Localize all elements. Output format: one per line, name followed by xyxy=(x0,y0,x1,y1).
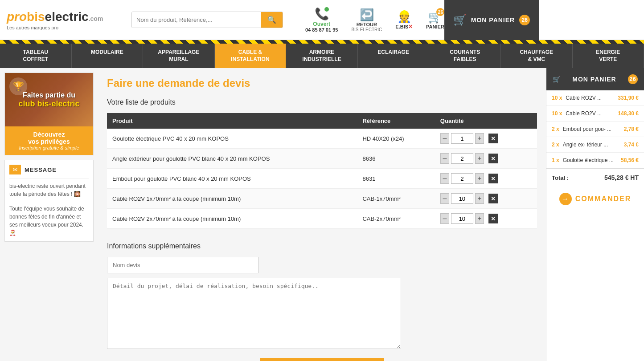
detail-textarea[interactable] xyxy=(107,278,401,349)
retour-icon: ↩️ xyxy=(360,8,374,22)
qty-decrease-button[interactable]: – xyxy=(440,193,449,204)
phone-item[interactable]: 📞 Ouvert 04 85 87 01 95 xyxy=(305,7,338,32)
club-button[interactable]: Découvrez vos privilèges Inscription gra… xyxy=(5,126,93,155)
status-dot xyxy=(324,7,329,12)
qty-input[interactable] xyxy=(451,173,473,184)
commander-label: COMMANDER xyxy=(575,195,632,203)
retour-label: RETOUR xyxy=(351,22,382,27)
cart-item-name: Angle ex- térieur ... xyxy=(563,142,620,148)
commander-button[interactable]: → COMMANDER xyxy=(546,187,644,211)
cart-total-amount: 545,28 € HT xyxy=(604,174,639,181)
qty-increase-button[interactable]: + xyxy=(475,193,484,204)
product-ref: 8636 xyxy=(357,149,435,169)
club-award-icon: 🏆 xyxy=(9,77,27,95)
qty-input[interactable] xyxy=(451,213,473,224)
main-layout: 🏆 Faites partie du club bis-electric Déc… xyxy=(0,68,644,361)
message-header: ✉ MESSAGE xyxy=(9,165,89,178)
search-icon: 🔍 xyxy=(267,16,276,24)
nav-eclairage[interactable]: ECLAIRAGE xyxy=(358,44,430,68)
mon-panier-button[interactable]: 🛒 MON PANIER 26 xyxy=(444,0,539,40)
cart-item: 1 x Goulotte électrique ... 58,56 € xyxy=(546,153,644,168)
search-input[interactable] xyxy=(132,12,261,28)
table-row: Cable RO2V 2x70mm² à la coupe (minimum 1… xyxy=(107,209,537,229)
nom-devis-input[interactable] xyxy=(107,257,258,273)
nav-modulaire[interactable]: MODULAIRE xyxy=(72,44,144,68)
nav-energie-verte[interactable]: ENERGIEVERTE xyxy=(573,44,644,68)
remove-button[interactable]: ✕ xyxy=(488,134,498,143)
search-box: 🔍 xyxy=(131,12,283,28)
nav-courants-faibles[interactable]: COURANTSFAIBLES xyxy=(429,44,501,68)
retour-item[interactable]: ↩️ RETOUR BIS-ELECTRIC xyxy=(351,8,382,32)
table-row: Embout pour goulotte PVC blanc 40 x 20 m… xyxy=(107,169,537,189)
nav-chauffage-vmc[interactable]: CHAUFFAGE& VMC xyxy=(501,44,573,68)
product-qty-cell: – + ✕ xyxy=(435,169,537,189)
nav-tableau-coffret[interactable]: TABLEAUCOFFRET xyxy=(0,44,72,68)
qty-decrease-button[interactable]: – xyxy=(440,213,449,224)
nav-cable-installation[interactable]: CABLE &INSTALLATION xyxy=(215,44,287,68)
nav-armoire-industrielle[interactable]: ARMOIREINDUSTRIELLE xyxy=(286,44,358,68)
additional-info: Informations supplémentaires ENVOYER MA … xyxy=(107,242,537,361)
product-table: Produit Référence Quantité Goulotte élec… xyxy=(107,113,537,229)
product-qty-cell: – + ✕ xyxy=(435,209,537,229)
cart-item-price: 58,56 € xyxy=(621,157,639,163)
retour-sublabel: BIS-ELECTRIC xyxy=(351,27,382,32)
product-name: Goulotte électrique PVC 40 x 20 mm KOPOS xyxy=(107,129,357,149)
nav-stripe xyxy=(0,40,644,44)
qty-increase-button[interactable]: + xyxy=(475,153,484,164)
product-ref: CAB-2x70mm² xyxy=(357,209,435,229)
cart-item: 10 x Cable RO2V ... 148,30 € xyxy=(546,106,644,122)
panier-badge: 26 xyxy=(436,8,444,16)
cart-total-label: Total : xyxy=(552,174,569,181)
remove-button[interactable]: ✕ xyxy=(488,194,498,203)
cart-item-qty: 10 x xyxy=(552,110,562,117)
qty-decrease-button[interactable]: – xyxy=(440,173,449,184)
qty-increase-button[interactable]: + xyxy=(475,213,484,224)
remove-button[interactable]: ✕ xyxy=(488,174,498,183)
ebis-item[interactable]: 👷 E.BIS✕ xyxy=(395,10,413,30)
search-button[interactable]: 🔍 xyxy=(261,12,283,28)
qty-decrease-button[interactable]: – xyxy=(440,153,449,164)
qty-increase-button[interactable]: + xyxy=(475,173,484,184)
panier-label: PANIER xyxy=(426,24,444,29)
cart-header: 🛒 MON PANIER 26 xyxy=(546,68,644,90)
qty-input[interactable] xyxy=(451,193,473,204)
nav-bar: TABLEAUCOFFRET MODULAIRE APPAREILLAGEMUR… xyxy=(0,44,644,68)
cart-item-price: 148,30 € xyxy=(618,110,639,117)
cart-item: 2 x Angle ex- térieur ... 3,74 € xyxy=(546,137,644,153)
col-reference: Référence xyxy=(357,113,435,129)
cart-item: 2 x Embout pour gou- ... 2,78 € xyxy=(546,122,644,137)
product-qty-cell: – + ✕ xyxy=(435,189,537,209)
table-row: Goulotte électrique PVC 40 x 20 mm KOPOS… xyxy=(107,129,537,149)
panier-icon: 🛒 26 xyxy=(428,10,442,24)
product-name: Cable RO2V 1x70mm² à la coupe (minimum 1… xyxy=(107,189,357,209)
cart-item-qty: 2 x xyxy=(552,142,559,148)
club-btn-sub: Inscription gratuite & simple xyxy=(9,145,89,150)
left-sidebar: 🏆 Faites partie du club bis-electric Déc… xyxy=(0,68,98,361)
cart-item-price: 3,74 € xyxy=(624,142,639,148)
cart-item-name: Cable RO2V ... xyxy=(566,110,614,117)
remove-button[interactable]: ✕ xyxy=(488,154,498,163)
cart-item-name: Goulotte électrique ... xyxy=(563,157,617,163)
product-ref: HD 40X20 (x24) xyxy=(357,129,435,149)
cart-item-qty: 2 x xyxy=(552,126,559,132)
status-label: Ouvert xyxy=(305,21,338,27)
club-btn-text: Découvrez xyxy=(9,131,89,138)
submit-button[interactable]: ENVOYER MA DEMANDE xyxy=(260,358,384,361)
logo[interactable]: probiselectric.com xyxy=(7,10,123,24)
col-produit: Produit xyxy=(107,113,357,129)
mon-panier-count: 26 xyxy=(519,15,530,25)
main-content: Faire une demande de devis Votre liste d… xyxy=(98,68,546,361)
qty-input[interactable] xyxy=(451,133,473,144)
message-title: MESSAGE xyxy=(25,166,57,173)
cart-count-badge: 26 xyxy=(628,74,638,84)
qty-decrease-button[interactable]: – xyxy=(440,133,449,144)
qty-increase-button[interactable]: + xyxy=(475,133,484,144)
qty-input[interactable] xyxy=(451,153,473,164)
cart-item-price: 331,90 € xyxy=(618,95,639,101)
panier-item[interactable]: 🛒 26 PANIER xyxy=(426,10,444,29)
remove-button[interactable]: ✕ xyxy=(488,214,498,223)
product-qty-cell: – + ✕ xyxy=(435,149,537,169)
message-box: ✉ MESSAGE bis-electric reste ouvert pend… xyxy=(4,160,94,242)
nav-appareillage-mural[interactable]: APPAREILLAGEMURAL xyxy=(143,44,215,68)
cart-total: Total : 545,28 € HT xyxy=(546,168,644,187)
